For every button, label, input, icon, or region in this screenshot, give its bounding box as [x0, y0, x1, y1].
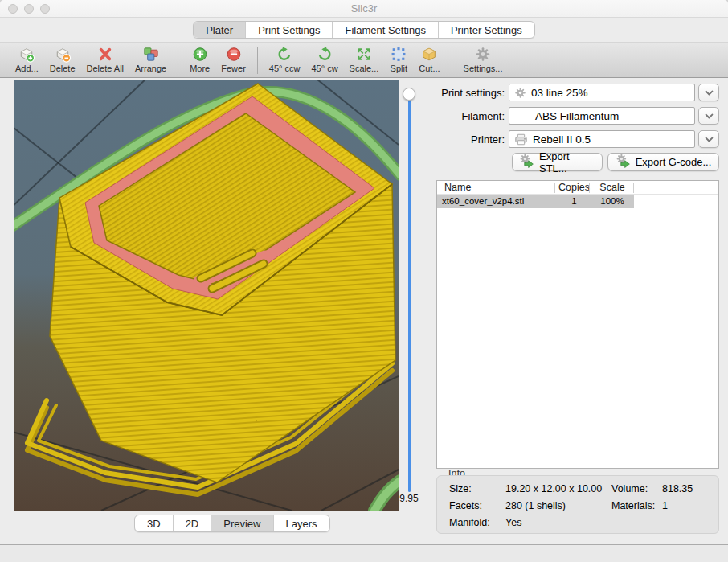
cut-icon [420, 45, 438, 64]
toolbar-button-label: Delete All [87, 64, 124, 73]
toolbar-button-delete-all[interactable]: Delete All [87, 45, 124, 73]
app-window: Slic3r PlaterPrint SettingsFilament Sett… [0, 0, 728, 562]
toolbar-button-more[interactable]: More [190, 45, 210, 73]
export-stl-button[interactable]: Export STL... [512, 153, 603, 171]
more-icon [191, 45, 209, 64]
view-tab-2d[interactable]: 2D [174, 515, 212, 531]
manifold-value: Yes [505, 517, 521, 528]
size-label: Size: [449, 483, 472, 494]
chevron-down-icon [705, 109, 714, 123]
layer-slider-handle[interactable] [403, 88, 415, 101]
toolbar-button-label: 45° cw [311, 64, 337, 73]
printer-dropdown-button[interactable] [698, 130, 719, 148]
print-settings-dropdown-button[interactable] [698, 84, 719, 101]
viewport-3d-scene [14, 80, 399, 511]
toolbar-separator [178, 47, 178, 74]
printer-icon [514, 133, 528, 146]
materials-value: 1 [662, 500, 668, 511]
column-header-copies[interactable]: Copies [557, 182, 591, 193]
toolbar-button-cut[interactable]: Cut... [419, 45, 440, 73]
filament-label: Filament: [432, 110, 505, 122]
objects-table-header: Name Copies Scale [437, 181, 718, 195]
toolbar-button-label: Delete [50, 64, 76, 73]
tab-plater[interactable]: Plater [194, 22, 246, 38]
toolbar-button-scale[interactable]: Scale... [350, 45, 379, 73]
toolbar-button-fewer[interactable]: Fewer [221, 45, 246, 73]
chevron-down-icon [705, 132, 714, 146]
objects-table[interactable]: Name Copies Scale xt60_cover_v2p4.stl110… [436, 180, 719, 469]
viewport-3d-canvas[interactable] [14, 80, 399, 511]
tab-filament-settings[interactable]: Filament Settings [333, 22, 438, 38]
toolbar-button-label: Scale... [350, 64, 379, 73]
fewer-icon [225, 45, 243, 64]
toolbar-button-label: 45° ccw [269, 64, 301, 73]
toolbar-button-label: Fewer [221, 64, 246, 73]
toolbar-button-label: Add... [15, 64, 39, 73]
toolbar-button-split[interactable]: Split [390, 45, 407, 73]
title-bar: Slic3r [0, 0, 728, 18]
view-tab-3d[interactable]: 3D [135, 515, 174, 531]
split-icon [390, 45, 407, 64]
toolbar-button-label: More [190, 64, 210, 73]
add-object-icon [17, 45, 36, 64]
view-tab-bar: 3D2DPreviewLayers [134, 515, 330, 532]
cell-copies: 1 [557, 196, 591, 206]
scale-icon [355, 45, 373, 64]
status-bar [0, 544, 728, 562]
tab-printer-settings[interactable]: Printer Settings [439, 22, 534, 38]
view-tab-preview[interactable]: Preview [211, 515, 273, 531]
toolbar: Add...DeleteDelete AllArrangeMoreFewer45… [0, 42, 728, 78]
manifold-label: Manifold: [449, 517, 490, 528]
export-gcode-label: Export G-code... [636, 156, 712, 168]
volume-label: Volume: [611, 483, 648, 494]
printer-value: Rebell II 0.5 [533, 133, 591, 146]
column-header-scale[interactable]: Scale [591, 182, 633, 193]
print-settings-value: 03 line 25% [531, 87, 588, 99]
settings-icon [474, 45, 492, 64]
rotate-ccw-icon [276, 45, 293, 64]
layer-slider-value: 9.95 [394, 493, 424, 504]
export-icon [616, 154, 632, 170]
toolbar-button-add[interactable]: Add... [15, 45, 39, 73]
print-settings-label: Print settings: [432, 87, 505, 99]
facets-label: Facets: [449, 500, 482, 511]
filament-value: ABS Fillamentum [535, 110, 619, 122]
arrange-icon [141, 45, 161, 64]
facets-value: 280 (1 shells) [505, 500, 566, 511]
export-stl-label: Export STL... [539, 150, 595, 174]
toolbar-button-label: Cut... [419, 64, 440, 73]
toolbar-button-label: Settings... [464, 64, 503, 73]
column-header-name[interactable]: Name [444, 182, 471, 193]
printer-label: Printer: [432, 133, 505, 146]
toolbar-button-label: Arrange [135, 64, 166, 73]
delete-all-icon [96, 45, 115, 64]
filament-combo[interactable]: ABS Fillamentum [509, 107, 695, 125]
cell-scale: 100% [591, 196, 633, 206]
toolbar-button-arrange[interactable]: Arrange [135, 45, 166, 73]
gear-icon [514, 87, 526, 99]
rotate-cw-icon [316, 45, 333, 64]
toolbar-button-label: Split [391, 64, 407, 73]
toolbar-button-45-cw[interactable]: 45° cw [311, 45, 337, 73]
table-row[interactable]: xt60_cover_v2p4.stl1100% [437, 195, 718, 208]
toolbar-button-settings[interactable]: Settings... [464, 45, 503, 73]
tab-print-settings[interactable]: Print Settings [246, 22, 333, 38]
view-tab-layers[interactable]: Layers [274, 515, 329, 531]
materials-label: Materials: [611, 500, 655, 511]
toolbar-separator [452, 47, 452, 74]
export-icon [519, 154, 535, 170]
toolbar-button-delete[interactable]: Delete [50, 45, 76, 73]
info-group-box: Size: 19.20 x 12.00 x 10.00 Facets: 280 … [436, 475, 719, 534]
export-gcode-button[interactable]: Export G-code... [607, 153, 719, 171]
cell-name: xt60_cover_v2p4.stl [442, 196, 524, 206]
delete-object-icon [53, 45, 72, 64]
volume-value: 818.35 [662, 483, 693, 494]
layer-slider-track[interactable] [408, 94, 411, 492]
print-settings-combo[interactable]: 03 line 25% [509, 84, 695, 101]
chevron-down-icon [705, 85, 714, 100]
printer-combo[interactable]: Rebell II 0.5 [509, 130, 695, 148]
window-title: Slic3r [0, 2, 728, 14]
size-value: 19.20 x 12.00 x 10.00 [505, 483, 602, 494]
filament-dropdown-button[interactable] [698, 107, 719, 125]
toolbar-button-45-ccw[interactable]: 45° ccw [269, 45, 301, 73]
